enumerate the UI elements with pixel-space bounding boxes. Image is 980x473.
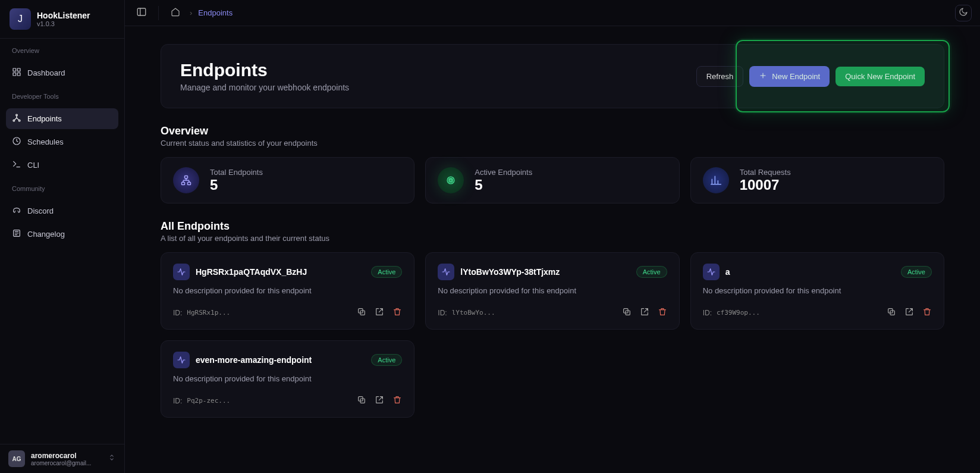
overview-title: Overview (161, 125, 944, 137)
user-email: aromerocarol@gmail... (31, 460, 96, 466)
open-button[interactable] (904, 307, 914, 318)
endpoint-card[interactable]: HgRSRx1paQTAqdVX_BzHJ Active No descript… (161, 252, 414, 330)
sidebar-item-label: Discord (27, 206, 54, 215)
page-header: Endpoints Manage and monitor your webhoo… (161, 44, 944, 108)
breadcrumb: › Endpoints (167, 5, 233, 21)
nav-heading-devtools: Developer Tools (12, 93, 118, 100)
endpoint-card[interactable]: even-more-amazing-endpoint Active No des… (161, 340, 414, 418)
stat-label: Total Requests (740, 168, 791, 177)
sidebar-item-dashboard[interactable]: Dashboard (6, 62, 118, 83)
stat-card: Total Endpoints 5 (161, 157, 414, 203)
endpoint-id: cf39W9op... (717, 309, 760, 317)
dashboard-icon (12, 67, 21, 79)
moon-icon (959, 7, 968, 19)
app-name: HookListener (37, 11, 90, 20)
broadcast-icon (438, 167, 464, 193)
endpoint-name: HgRSRx1paQTAqdVX_BzHJ (196, 267, 307, 277)
sidebar-item-changelog[interactable]: Changelog (6, 224, 118, 245)
status-badge: Active (636, 266, 667, 278)
id-label: ID: (173, 397, 182, 405)
endpoint-id: Pq2p-zec... (187, 397, 230, 405)
endpoint-name: lYtoBwYo3WYp-38tTjxmz (460, 267, 560, 277)
delete-button[interactable] (392, 395, 402, 406)
refresh-button[interactable]: Refresh (696, 66, 744, 87)
sidebar-item-schedules[interactable]: Schedules (6, 131, 118, 152)
theme-toggle-button[interactable] (955, 5, 972, 21)
sitemap-icon (173, 167, 199, 193)
endpoints-icon (12, 113, 21, 124)
endpoint-description: No description provided for this endpoin… (173, 374, 402, 383)
copy-button[interactable] (357, 395, 366, 406)
delete-button[interactable] (658, 307, 667, 318)
stat-card: Total Requests 10007 (690, 157, 944, 203)
nav-heading-community: Community (12, 185, 118, 192)
new-endpoint-button[interactable]: New Endpoint (749, 66, 830, 87)
home-icon (171, 7, 180, 18)
sidebar-item-label: CLI (27, 161, 39, 170)
id-label: ID: (438, 309, 447, 317)
newspaper-icon (12, 228, 21, 240)
svg-rect-3 (17, 73, 20, 76)
activity-icon (173, 352, 190, 368)
nav-heading-overview: Overview (12, 47, 118, 54)
sidebar-item-label: Changelog (27, 230, 65, 239)
chevron-up-down-icon (108, 453, 116, 464)
status-badge: Active (371, 266, 402, 278)
sidebar-item-label: Schedules (27, 137, 64, 146)
delete-button[interactable] (922, 307, 932, 318)
endpoint-description: No description provided for this endpoin… (173, 286, 402, 295)
app-logo: J (10, 8, 31, 30)
sidebar-item-cli[interactable]: CLI (6, 155, 118, 176)
page-title: Endpoints (180, 60, 349, 80)
overview-subtitle: Current status and statistics of your en… (161, 139, 944, 148)
open-button[interactable] (375, 307, 384, 318)
sidebar: J HookListener v1.0.3 Overview Dashboard… (0, 0, 125, 473)
status-badge: Active (371, 354, 402, 366)
sidebar-user[interactable]: AG aromerocarol aromerocarol@gmail... (0, 444, 124, 473)
endpoint-id: lYtoBwYo... (452, 309, 495, 317)
chevron-right-icon: › (190, 8, 192, 17)
delete-button[interactable] (392, 307, 402, 318)
sidebar-item-label: Endpoints (27, 114, 62, 123)
sidebar-item-label: Dashboard (27, 68, 65, 77)
activity-icon (703, 264, 720, 280)
svg-point-13 (450, 179, 452, 181)
endpoint-name: a (725, 267, 730, 277)
list-subtitle: A list of all your endpoints and their c… (161, 234, 944, 243)
open-button[interactable] (640, 307, 649, 318)
page-subtitle: Manage and monitor your webhook endpoint… (180, 83, 349, 92)
avatar: AG (8, 450, 25, 467)
endpoint-description: No description provided for this endpoin… (438, 286, 667, 295)
endpoint-id: HgRSRx1p... (187, 309, 230, 317)
breadcrumb-home[interactable] (167, 5, 184, 21)
copy-button[interactable] (622, 307, 632, 318)
stat-value: 5 (475, 177, 532, 193)
quick-new-endpoint-button[interactable]: Quick New Endpoint (835, 67, 925, 86)
app-version: v1.0.3 (37, 20, 90, 27)
panel-left-icon (136, 7, 147, 20)
terminal-icon (12, 159, 21, 171)
open-button[interactable] (375, 395, 384, 406)
endpoint-card[interactable]: lYtoBwYo3WYp-38tTjxmz Active No descript… (425, 252, 679, 330)
stat-label: Total Endpoints (210, 168, 263, 177)
sidebar-item-endpoints[interactable]: Endpoints (6, 108, 118, 129)
endpoint-card[interactable]: a Active No description provided for thi… (690, 252, 944, 330)
breadcrumb-current[interactable]: Endpoints (198, 8, 233, 17)
toggle-sidebar-button[interactable] (133, 5, 150, 21)
svg-rect-2 (13, 73, 16, 76)
user-name: aromerocarol (31, 452, 102, 460)
copy-button[interactable] (357, 307, 366, 318)
topbar: › Endpoints (125, 0, 980, 26)
button-label: New Endpoint (772, 72, 820, 81)
sidebar-item-discord[interactable]: Discord (6, 201, 118, 221)
discord-icon (12, 205, 21, 217)
stat-value: 5 (210, 177, 263, 193)
plus-icon (759, 71, 767, 82)
status-badge: Active (901, 266, 932, 278)
clock-icon (12, 136, 21, 148)
id-label: ID: (173, 309, 182, 317)
endpoint-description: No description provided for this endpoin… (703, 286, 932, 295)
svg-rect-9 (137, 8, 146, 15)
list-title: All Endpoints (161, 220, 944, 233)
copy-button[interactable] (887, 307, 896, 318)
